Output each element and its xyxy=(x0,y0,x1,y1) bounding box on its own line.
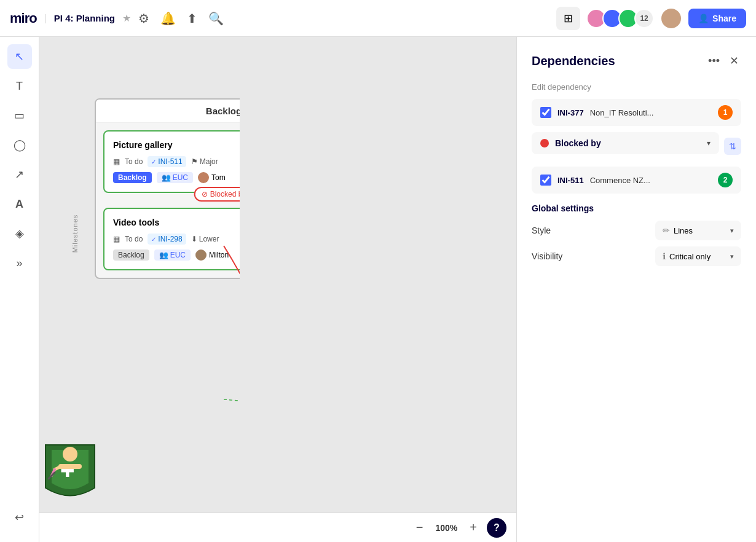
topbar-left: miro | PI 4: Planning ★ ⚙ 🔔 ⬆ 🔍 xyxy=(10,10,224,26)
style-value: Lines xyxy=(674,226,726,235)
visibility-arrow-icon: ▾ xyxy=(730,253,734,261)
toolbar-bottom: ↩ xyxy=(7,505,32,535)
layers-tool[interactable]: ◈ xyxy=(7,221,32,246)
style-dropdown[interactable]: ✏ Lines ▾ xyxy=(655,221,741,240)
panel-header: Dependencies ••• ✕ xyxy=(532,52,741,70)
project-title: PI 4: Planning xyxy=(54,13,115,23)
dep1-checkbox[interactable] xyxy=(540,107,551,118)
card3-status: To do xyxy=(125,235,143,243)
dep1-code: INI-377 xyxy=(557,108,584,117)
dep1-count: 1 xyxy=(718,105,733,120)
info-icon: ℹ xyxy=(663,251,666,261)
notification-icon[interactable]: 🔔 xyxy=(160,11,176,26)
mascot-svg: ✚ xyxy=(39,433,107,506)
card3-person: Milton xyxy=(195,249,229,261)
card3-status-icon: ▦ xyxy=(113,235,120,243)
blocked-by-label: Blocked by xyxy=(555,138,701,148)
dep2-code: INI-511 xyxy=(557,176,584,185)
board-frame: Backlog ⤢ Picture gallery ▦ To do ✓ INI-… xyxy=(95,98,240,279)
right-panel: Dependencies ••• ✕ Edit dependency INI-3… xyxy=(516,37,756,542)
undo-button[interactable]: ↩ xyxy=(7,505,32,530)
topbar: miro | PI 4: Planning ★ ⚙ 🔔 ⬆ 🔍 ⊞ 12 👤 S… xyxy=(0,0,756,37)
card3-team: 👥EUC xyxy=(154,249,191,261)
miro-logo: miro xyxy=(10,10,37,26)
dependency-item-2[interactable]: INI-511 Commence NZ... 2 xyxy=(532,167,741,194)
visibility-row: Visibility ℹ Critical only ▾ xyxy=(532,246,741,266)
card1-person: Tom xyxy=(198,172,226,183)
global-settings-label: Global settings xyxy=(532,203,741,213)
dep2-checkbox[interactable] xyxy=(540,175,551,186)
share-label: Share xyxy=(712,14,736,23)
video-tools-card[interactable]: ⤢ Video tools ▦ To do ✓ INI-298 ⬇Lower B… xyxy=(103,208,240,270)
svg-point-1 xyxy=(63,447,77,461)
settings-icon[interactable]: ⚙ xyxy=(138,11,149,26)
card1-status: To do xyxy=(125,157,143,166)
card3-priority: ⬇Lower xyxy=(191,235,219,243)
mascot-area: ✚ xyxy=(39,433,119,513)
search-icon[interactable]: 🔍 xyxy=(208,11,224,26)
card3-ini: ✓ INI-298 xyxy=(148,234,186,245)
blocked-by-badge: ⊘ Blocked by xyxy=(194,187,240,202)
avatars-group: 12 xyxy=(586,9,654,28)
card3-tag: Backlog xyxy=(113,249,149,261)
text-tool[interactable]: T xyxy=(7,74,32,98)
edit-dependency-label: Edit dependency xyxy=(532,82,741,92)
more-options-button[interactable]: ••• xyxy=(706,52,722,70)
card3-title: Video tools xyxy=(113,218,240,227)
visibility-dropdown[interactable]: ℹ Critical only ▾ xyxy=(655,246,741,266)
visibility-value: Critical only xyxy=(669,252,726,261)
card1-team: 👥EUC xyxy=(157,172,193,183)
select-tool[interactable]: ↖ xyxy=(7,44,32,69)
pencil-icon: ✏ xyxy=(663,226,670,235)
share-icon: 👤 xyxy=(698,14,709,23)
style-row: Style ✏ Lines ▾ xyxy=(532,221,741,240)
visibility-label: Visibility xyxy=(532,251,562,261)
sort-icon[interactable]: ⇅ xyxy=(724,138,741,155)
card1-title: Picture gallery xyxy=(113,140,240,150)
share-button[interactable]: 👤 Share xyxy=(688,9,746,28)
backlog-column-header: Backlog xyxy=(96,100,240,123)
picture-gallery-card[interactable]: ⤢ Picture gallery ▦ To do ✓ INI-511 ⚑Maj… xyxy=(103,130,240,193)
style-arrow-icon: ▾ xyxy=(730,227,734,235)
upload-icon[interactable]: ⬆ xyxy=(187,11,197,26)
zoom-out-button[interactable]: − xyxy=(411,518,428,537)
current-user-avatar xyxy=(660,7,682,29)
canvas-area: Milestones Backlog ⤢ Picture gallery ▦ T… xyxy=(39,37,240,542)
style-label: Style xyxy=(532,226,551,235)
card1-tag: Backlog xyxy=(113,172,152,183)
dependency-item-1[interactable]: INI-377 Non_IT Resoluti... 1 xyxy=(532,99,741,126)
blocked-by-row: Blocked by ▾ ⇅ xyxy=(532,132,741,160)
grid-view-button[interactable]: ⊞ xyxy=(556,7,580,30)
arrow-tool[interactable]: ↗ xyxy=(7,162,32,187)
dep2-name: Commence NZ... xyxy=(590,176,712,185)
dep2-count: 2 xyxy=(718,173,733,187)
more-tools[interactable]: » xyxy=(7,251,32,275)
dep1-name: Non_IT Resoluti... xyxy=(590,108,712,117)
milestones-label: Milestones xyxy=(71,203,79,264)
topbar-icons: ⚙ 🔔 ⬆ 🔍 xyxy=(138,11,224,26)
blocked-dot xyxy=(540,139,549,147)
blocked-by-dropdown[interactable]: Blocked by ▾ xyxy=(532,132,719,154)
card1-ini: ✓ INI-511 xyxy=(148,156,186,167)
warning-icon: ⊘ xyxy=(202,190,208,198)
card1-priority: ⚑Major xyxy=(191,157,218,166)
help-button[interactable]: ? xyxy=(487,518,506,538)
sticky-tool[interactable]: ▭ xyxy=(7,103,32,128)
zoom-level: 100% xyxy=(433,523,460,533)
close-panel-button[interactable]: ✕ xyxy=(727,52,741,70)
panel-header-actions: ••• ✕ xyxy=(706,52,741,70)
dropdown-arrow-icon: ▾ xyxy=(707,139,711,147)
pen-tool[interactable]: A xyxy=(7,192,32,216)
avatar-count: 12 xyxy=(634,9,654,28)
bottom-bar: − 100% + ? xyxy=(39,513,516,542)
left-toolbar: ↖ T ▭ ◯ ↗ A ◈ » ↩ xyxy=(0,37,39,542)
card1-status-icon: ▦ xyxy=(113,157,120,166)
star-icon[interactable]: ★ xyxy=(122,12,131,24)
zoom-in-button[interactable]: + xyxy=(465,518,482,537)
panel-title: Dependencies xyxy=(532,54,615,68)
shapes-tool[interactable]: ◯ xyxy=(7,133,32,157)
